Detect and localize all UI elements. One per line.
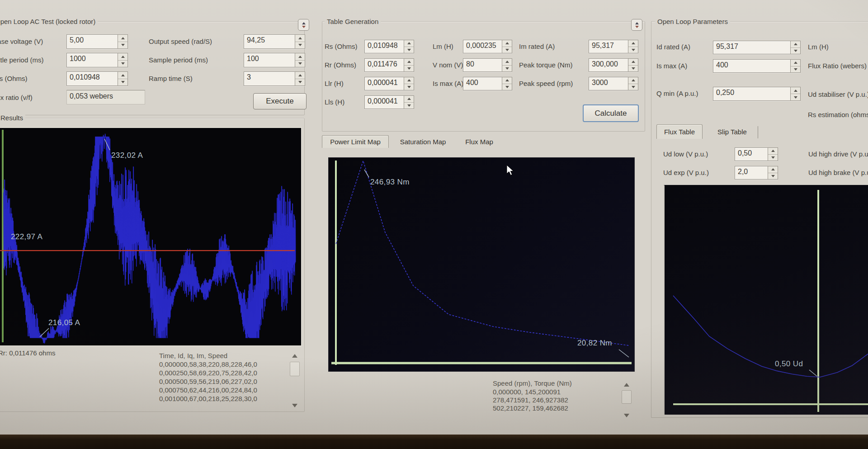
peak-torque-label: Peak torque (Nm) [519,61,572,69]
rs-ohms-field[interactable]: 0,010948 [66,71,128,86]
phase-voltage-label: Phase voltage (V) [0,38,43,45]
spin-up-button[interactable] [502,59,512,66]
ud-exp-field[interactable]: 2,0 [735,166,778,180]
ud-high-drive-label: Ud high drive (V p.u.) [808,150,868,158]
settle-period-field[interactable]: 1000 [66,53,128,67]
im-rated-label: Im rated (A) [519,43,555,50]
calculate-button[interactable]: Calculate [583,104,639,122]
spin-up-button[interactable] [118,72,127,79]
spin-down-button[interactable] [791,94,800,100]
phase-voltage-field[interactable]: 5,00 [66,34,128,49]
is-max-right-label: Is max (A) [656,62,687,70]
spin-down-button[interactable] [502,84,512,90]
spin-down-button[interactable] [768,155,778,161]
tab-saturation-map[interactable]: Saturation Map [390,136,456,147]
spin-down-button[interactable] [118,79,127,86]
rr-field[interactable]: 0,011476 [364,58,414,72]
spin-up-button[interactable] [404,59,414,66]
spin-down-button[interactable] [502,47,512,53]
llr-field[interactable]: 0,000041 [364,77,414,90]
collapse-panel-button[interactable] [298,19,309,31]
spin-up-button[interactable] [628,77,638,84]
scroll-down-icon[interactable] [292,404,297,407]
q-min-label: Q min (A p.u.) [656,90,698,97]
spin-up-button[interactable] [404,96,414,103]
tab-flux-table[interactable]: Flux Table [656,124,703,139]
lls-field[interactable]: 0,000041 [364,95,414,109]
scrollbar-thumb[interactable] [290,362,300,376]
is-max-right-field[interactable]: 400 [713,59,801,73]
spin-up-button[interactable] [502,40,512,47]
spin-down-button[interactable] [791,66,800,73]
spin-up-button[interactable] [628,40,638,47]
q-min-field[interactable]: 0,250 [713,87,801,101]
spin-up-button[interactable] [628,59,638,66]
im-rated-field[interactable]: 95,317 [589,40,638,53]
spin-up-button[interactable] [295,72,305,79]
spin-up-button[interactable] [502,77,512,84]
is-max-field[interactable]: 400 [463,77,512,90]
peak-torque-field[interactable]: 300,000 [589,58,638,72]
spin-down-button[interactable] [768,173,778,180]
tab-slip-table[interactable]: Slip Table [711,126,754,137]
tab-separator [758,126,758,138]
scrollbar-thumb[interactable] [622,390,632,404]
scroll-up-icon[interactable] [292,354,297,358]
peak-speed-field[interactable]: 3000 [589,77,638,90]
spin-down-button[interactable] [628,84,638,90]
list-header: Time, Id, Iq, Im, Speed [159,352,227,360]
spin-down-button[interactable] [628,66,638,72]
spin-down-button[interactable] [295,61,305,67]
spin-down-button[interactable] [791,48,800,54]
rs-ohms-label: Rs (Ohms) [0,75,28,82]
arrow-down-icon [407,49,411,51]
spin-up-button[interactable] [295,53,305,61]
scroll-down-icon[interactable] [624,414,629,417]
sample-period-field[interactable]: 100 [244,53,305,67]
spin-down-button[interactable] [118,42,127,49]
tab-flux-map[interactable]: Flux Map [456,136,503,147]
lm-field[interactable]: 0,000235 [463,40,512,53]
spin-up-button[interactable] [295,35,305,42]
arrow-down-icon [121,81,125,83]
arrow-up-icon [121,56,125,58]
spinner [502,59,512,71]
spin-up-button[interactable] [791,41,800,48]
ramp-time-field[interactable]: 3 [244,71,305,86]
spin-down-button[interactable] [295,42,305,49]
collapse-panel-button[interactable] [631,19,642,31]
torque-list-scrollbar[interactable] [622,383,632,418]
execute-button[interactable]: Execute [253,93,307,109]
spin-up-button[interactable] [118,53,127,61]
rs-field[interactable]: 0,010948 [364,40,414,53]
field-value: 94,25 [244,35,295,48]
spin-down-button[interactable] [502,66,512,72]
scroll-up-icon[interactable] [624,383,629,387]
spin-up-button[interactable] [791,87,800,94]
spin-up-button[interactable] [768,148,778,155]
field-value: 0,000235 [463,40,502,53]
spin-up-button[interactable] [404,40,414,47]
id-rated-field[interactable]: 95,317 [713,41,801,54]
spin-down-button[interactable] [404,103,414,109]
spin-up-button[interactable] [404,77,414,84]
tab-power-limit-map[interactable]: Power Limit Map [322,135,389,148]
spin-down-button[interactable] [295,79,305,86]
results-title: Results [0,114,25,122]
spinner [118,72,127,85]
field-value: 1000 [67,53,118,67]
ramp-time-label: Ramp time (S) [149,75,193,82]
ud-low-field[interactable]: 0,50 [735,147,778,161]
output-speed-field[interactable]: 94,25 [244,34,305,49]
v-nom-field[interactable]: 80 [463,58,512,72]
arrow-down-icon [121,44,125,46]
spin-down-button[interactable] [118,61,127,67]
spin-up-button[interactable] [118,35,127,42]
spin-down-button[interactable] [628,47,638,53]
spin-down-button[interactable] [404,84,414,90]
spin-up-button[interactable] [791,60,800,66]
spin-down-button[interactable] [404,47,414,53]
spin-down-button[interactable] [404,66,414,72]
results-list-scrollbar[interactable] [289,353,300,410]
spin-up-button[interactable] [768,166,778,173]
